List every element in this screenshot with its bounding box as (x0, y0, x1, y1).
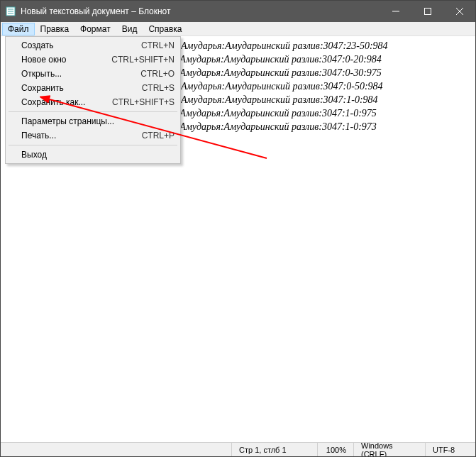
menubar: Файл Правка Формат Вид Справка (1, 22, 475, 36)
notepad-icon (5, 6, 16, 17)
menu-item-shortcut: CTRL+SHIFT+S (112, 97, 175, 107)
menu-item-label: Выход (21, 150, 175, 160)
menu-item-new[interactable]: Создать CTRL+N (7, 38, 179, 53)
menu-format[interactable]: Формат (74, 23, 116, 35)
menu-item-label: Параметры страницы... (21, 116, 175, 126)
menu-item-label: Сохранить (21, 83, 142, 93)
menu-item-save[interactable]: Сохранить CTRL+S (7, 81, 179, 95)
window-title: Новый текстовый документ – Блокнот (21, 6, 380, 16)
menu-item-label: Открыть... (21, 69, 140, 79)
close-button[interactable] (443, 1, 475, 22)
status-encoding: UTF-8 (426, 446, 475, 454)
menu-separator (9, 111, 177, 112)
svg-rect-5 (424, 9, 431, 15)
menu-help[interactable]: Справка (143, 23, 187, 35)
status-line-ending: Windows (CRLF) (354, 441, 425, 458)
status-zoom: 100% (318, 446, 353, 454)
menu-item-shortcut: CTRL+N (141, 40, 175, 50)
menu-item-print[interactable]: Печать... CTRL+P (7, 128, 179, 143)
menu-item-label: Печать... (21, 131, 142, 141)
menu-view[interactable]: Вид (116, 23, 143, 35)
menu-file[interactable]: Файл (2, 23, 35, 35)
status-position: Стр 1, стлб 1 (232, 446, 317, 454)
menu-item-save-as[interactable]: Сохранить как... CTRL+SHIFT+S (7, 95, 179, 109)
file-menu-dropdown: Создать CTRL+N Новое окно CTRL+SHIFT+N О… (5, 36, 181, 164)
statusbar: Стр 1, стлб 1 100% Windows (CRLF) UTF-8 (1, 442, 475, 456)
menu-item-label: Сохранить как... (21, 97, 112, 107)
menu-item-exit[interactable]: Выход (7, 148, 179, 162)
menu-item-shortcut: CTRL+SHIFT+N (111, 55, 175, 65)
minimize-button[interactable] (380, 1, 411, 22)
window-controls (380, 1, 475, 22)
maximize-button[interactable] (411, 1, 443, 22)
menu-separator (9, 145, 177, 145)
menu-item-page-setup[interactable]: Параметры страницы... (7, 114, 179, 128)
menu-item-label: Новое окно (21, 55, 111, 65)
titlebar: Новый текстовый документ – Блокнот (1, 1, 475, 22)
menu-item-shortcut: CTRL+S (142, 83, 175, 93)
menu-item-open[interactable]: Открыть... CTRL+O (7, 67, 179, 81)
menu-item-shortcut: CTRL+P (142, 131, 175, 141)
menu-item-shortcut: CTRL+O (140, 69, 175, 79)
menu-item-label: Создать (21, 40, 141, 50)
menu-edit[interactable]: Правка (35, 23, 75, 35)
menu-item-new-window[interactable]: Новое окно CTRL+SHIFT+N (7, 53, 179, 67)
